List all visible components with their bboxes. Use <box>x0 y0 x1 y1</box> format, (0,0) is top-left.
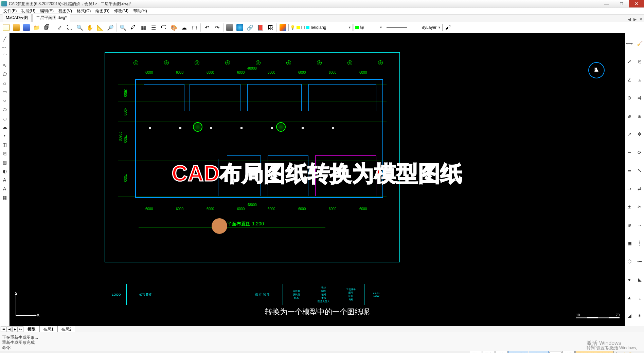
compare-button[interactable]: 🗐 <box>42 23 52 32</box>
table-tool[interactable]: ▦ <box>1 193 9 202</box>
toggle-polar[interactable]: 极轴 <box>496 351 508 353</box>
drawing-canvas[interactable]: ① ② ③ ④ ⑤ ⑥ ⑦ ⑧ ⑨ 6000 6000 6000 6000 60… <box>10 33 625 326</box>
sheet-tab-layout1[interactable]: 布局1 <box>39 326 57 333</box>
dimension-aligned-tool[interactable]: ⤢ <box>625 57 633 66</box>
menu-help[interactable]: 帮助(H) <box>131 7 149 15</box>
toggle-lwt[interactable]: 线宽 <box>562 351 575 353</box>
mirror-tool[interactable]: ⟁ <box>636 76 644 84</box>
properties-button[interactable]: ▦ <box>139 23 148 32</box>
tab-prev-icon[interactable]: ◀ <box>626 17 632 22</box>
image-export-button[interactable]: 🖼 <box>266 23 275 32</box>
minimize-button[interactable] <box>599 0 614 7</box>
center-mark-tool[interactable]: ⊕ <box>625 221 633 229</box>
extend-tool[interactable]: → <box>636 221 644 229</box>
redo-button[interactable]: ↷ <box>212 23 222 32</box>
selection-grip[interactable] <box>302 127 304 129</box>
close-button[interactable] <box>629 0 644 7</box>
sheet-tab-layout2[interactable]: 布局2 <box>57 326 75 333</box>
layer-dropdown[interactable]: 💡 neiqiang ▼ <box>288 24 353 31</box>
arc-3pt-tool[interactable]: ◡ <box>1 114 9 122</box>
circle-tool[interactable]: ○ <box>1 96 9 105</box>
selection-grip[interactable] <box>210 127 212 129</box>
stretch-tool[interactable]: ⇄ <box>636 185 644 193</box>
dimension-baseline-tool[interactable]: ≣ <box>625 166 633 174</box>
layer-manager-button[interactable] <box>278 23 288 32</box>
rotate-tool[interactable]: ⟳ <box>636 148 644 156</box>
3d-sphere-tool[interactable]: ● <box>625 275 633 283</box>
sheet-next-button[interactable]: ▶ <box>12 327 18 332</box>
break-tool[interactable]: ┊ <box>636 239 644 247</box>
arc-tool[interactable]: ⌒ <box>1 52 9 60</box>
sheet-last-button[interactable]: ⏭ <box>18 327 23 332</box>
zoom-extents-button[interactable]: ⛶ <box>65 23 74 32</box>
undo-button[interactable]: ↶ <box>202 23 212 32</box>
menu-draw[interactable]: 绘图(D) <box>93 7 111 15</box>
text-tool[interactable]: A <box>1 176 9 184</box>
feedback-button[interactable]: 提交软件问题或增加 <box>575 351 614 353</box>
zoom-window-button[interactable]: ⤢ <box>55 23 64 32</box>
open-file-button[interactable] <box>12 23 21 32</box>
selection-grip[interactable] <box>332 127 334 129</box>
zoom-realtime-button[interactable]: 🔍 <box>75 23 85 32</box>
line-tool[interactable]: ╱ <box>1 35 9 43</box>
tab-close-icon[interactable]: ✕ <box>638 17 644 22</box>
mtext-tool[interactable]: A <box>1 185 9 193</box>
toggle-grid[interactable]: 栅格 <box>470 351 482 353</box>
ellipse-tool[interactable]: ⬭ <box>1 105 9 113</box>
rectangle-tool[interactable]: ▭ <box>1 88 9 96</box>
tab-next-icon[interactable]: ▶ <box>632 17 638 22</box>
scale-tool[interactable]: ⤡ <box>636 166 644 174</box>
dimension-linear-tool[interactable]: ⟷ <box>625 39 633 48</box>
dimension-diameter-tool[interactable]: ⌀ <box>625 112 633 120</box>
pan-button[interactable]: ✋ <box>85 23 95 32</box>
screenshot-button[interactable]: 🖵 <box>159 23 168 32</box>
share-button[interactable]: 🔗 <box>245 23 255 32</box>
polyline-tool[interactable]: 〰 <box>1 43 9 52</box>
array-tool[interactable]: ⊞ <box>636 112 644 120</box>
toggle-otrack[interactable]: 对象追踪 <box>529 351 549 353</box>
3d-cylinder-tool[interactable]: ⬡ <box>625 257 633 265</box>
trim-tool[interactable]: ✂ <box>636 203 644 211</box>
sheet-first-button[interactable]: ⏮ <box>1 327 6 332</box>
gradient-tool[interactable]: ◐ <box>1 167 9 175</box>
linetype-dropdown[interactable]: ByLayer ▼ <box>385 24 443 31</box>
toggle-osnap[interactable]: 对象捕捉 <box>508 351 528 353</box>
sheet-prev-button[interactable]: ◀ <box>6 327 12 332</box>
list-button[interactable]: ☰ <box>149 23 158 32</box>
point-tool[interactable]: • <box>1 132 9 140</box>
selection-grip[interactable] <box>179 127 181 129</box>
print-button[interactable] <box>225 23 234 32</box>
ime-tray[interactable]: 中 🌙 😊 ⌨ <box>614 352 644 353</box>
toggle-dyn[interactable]: DYN <box>549 352 562 353</box>
spline-tool[interactable]: ∿ <box>1 61 9 69</box>
ime-indicator[interactable]: 中 <box>614 352 619 353</box>
fillet-tool[interactable]: ◟ <box>636 294 644 302</box>
highlight-button[interactable]: 🖍 <box>128 23 138 32</box>
chamfer-tool[interactable]: ◣ <box>636 275 644 283</box>
dimension-angular-tool[interactable]: ∠ <box>625 76 633 84</box>
measure-button[interactable]: 📐 <box>95 23 105 32</box>
insert-block-tool[interactable]: ⎘ <box>1 149 9 157</box>
selection-grip[interactable] <box>271 127 273 129</box>
doc-tab-current[interactable]: 二层平面图.dwg* <box>32 14 70 22</box>
3d-cone-tool[interactable]: ▲ <box>625 294 633 302</box>
dimension-ordinate-tool[interactable]: ⊢ <box>625 148 633 156</box>
tolerance-tool[interactable]: ± <box>625 203 633 211</box>
sheet-tab-model[interactable]: 模型 <box>24 326 39 333</box>
join-tool[interactable]: ⊶ <box>636 257 644 265</box>
menu-modify[interactable]: 修改(M) <box>112 7 130 15</box>
move-tool[interactable]: ✥ <box>636 130 644 138</box>
command-line[interactable]: 正在重新生成图形... 重新生成图形完成 命令: 激活 Windows 转到"设… <box>0 332 644 351</box>
menu-format[interactable]: 格式(O) <box>75 7 93 15</box>
doc-tab-cloud[interactable]: MxCAD云图 <box>2 14 32 22</box>
selection-grip[interactable] <box>240 127 243 129</box>
brush-button[interactable]: 🖌 <box>443 23 453 32</box>
dimension-radius-tool[interactable]: ⊙ <box>625 94 633 102</box>
revision-cloud-tool[interactable]: ☁ <box>1 123 9 131</box>
layer-iso-button[interactable]: ⬚ <box>190 23 199 32</box>
find-button[interactable]: 🔍 <box>118 23 128 32</box>
roof-tool[interactable]: ⌂ <box>1 79 9 87</box>
web-button[interactable] <box>235 23 245 32</box>
hatch-tool[interactable]: ▨ <box>1 158 9 166</box>
command-prompt[interactable]: 命令: <box>2 345 642 350</box>
